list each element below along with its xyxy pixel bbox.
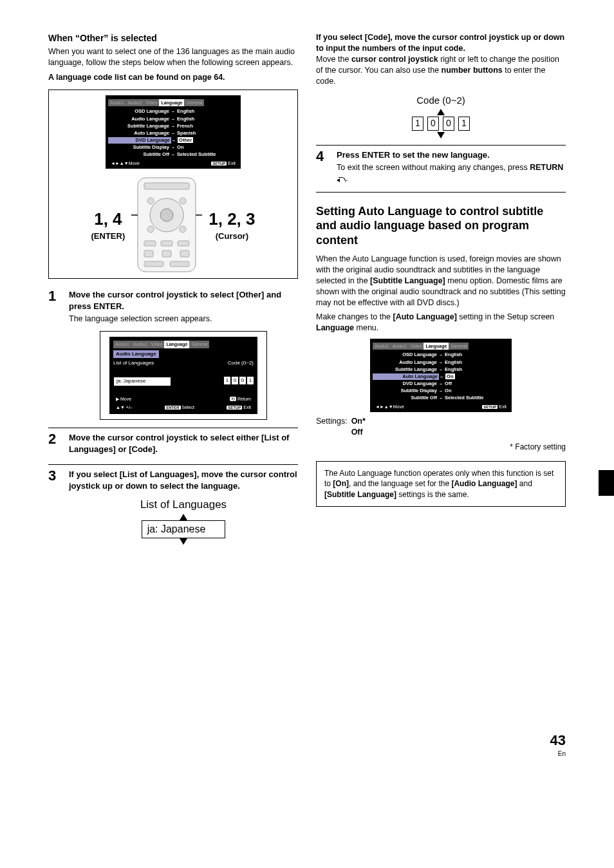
osd-val: Other	[178, 137, 193, 143]
osd-tab: Audio2	[131, 341, 149, 348]
topic-para-2: Make changes to the [Auto Language] sett…	[316, 312, 566, 334]
step-2: 2 Move the cursor control joystick to se…	[48, 428, 298, 457]
osd-tab: Video	[409, 343, 424, 350]
osd-tab: Audio1	[113, 341, 131, 348]
osd-footer-exit: SETUP Exit	[211, 160, 236, 166]
code-input-figure: Code (0~2) 1 0 0 1	[316, 94, 566, 138]
osd-val: English	[176, 108, 238, 115]
factory-setting-note: * Factory setting	[316, 442, 566, 452]
svg-rect-1	[144, 183, 189, 189]
osd-key: Audio Language	[373, 359, 438, 366]
step-number: 4	[316, 149, 329, 184]
step-title: If you select [List of Languages], move …	[69, 469, 298, 491]
osd-key: Subtitle Off	[373, 395, 438, 401]
code-label: Code (0~2)	[416, 94, 465, 107]
code-text: Move the cursor control joystick right o…	[316, 54, 566, 87]
setting-on: On*	[351, 416, 366, 427]
osd-tab: Audio2	[126, 99, 144, 106]
osd-footer: SETUP Exit	[227, 404, 251, 410]
arrow-down-icon	[180, 538, 187, 545]
svg-point-7	[180, 226, 186, 232]
osd-dropdown: ja: Japanese	[113, 377, 171, 386]
svg-rect-11	[144, 250, 153, 257]
svg-rect-8	[144, 241, 156, 246]
page-number: 43 En	[550, 731, 566, 759]
callout-cursor: 1, 2, 3 (Cursor)	[209, 208, 255, 242]
osd-key: Subtitle Display	[108, 144, 171, 151]
osd-val: On	[443, 388, 509, 394]
svg-rect-15	[170, 261, 189, 267]
step-title: Move the cursor control joystick to sele…	[69, 289, 298, 312]
arrow-up-icon	[180, 514, 187, 520]
code-digit: 1	[224, 377, 230, 384]
osd-screenshot-2: Audio1 Audio2 Video Language General Aud…	[109, 337, 257, 414]
step-text: The language selection screen appears.	[69, 314, 298, 325]
osd-val: English	[443, 352, 509, 358]
topic-para: When the Auto Language function is used,…	[316, 254, 566, 308]
osd-tab: General	[184, 99, 204, 106]
osd-val: Spanish	[176, 130, 238, 137]
osd-footer: ⟲ Return	[230, 396, 251, 402]
step-text: To exit the screen without making any ch…	[337, 162, 566, 184]
topic-heading: Setting Auto Language to control subtitl…	[316, 204, 566, 248]
osd-val: On	[445, 373, 454, 379]
edge-tab	[599, 470, 614, 496]
osd-screenshot-1: Audio1 Audio2 Video Language General OSD…	[106, 95, 241, 169]
step-1: 1 Move the cursor control joystick to se…	[48, 289, 298, 420]
step-title: Press ENTER to set the new language.	[337, 149, 566, 161]
osd-tab: Audio2	[391, 343, 409, 350]
osd-key: Subtitle Language	[373, 366, 438, 373]
code-digit: 0	[232, 377, 238, 384]
code-digit: 0	[239, 377, 246, 384]
osd-key: OSD Language	[108, 108, 171, 115]
osd-key: Subtitle Off	[108, 151, 171, 158]
osd-val: French	[176, 123, 238, 129]
code-digit: 1	[412, 117, 423, 131]
osd-key: Audio Language	[108, 116, 171, 122]
osd-tab: Language	[164, 341, 189, 348]
arrow-up-icon	[437, 109, 445, 115]
osd-tab: General	[449, 343, 469, 350]
osd-key: Subtitle Language	[108, 123, 171, 129]
osd-label: List of Languages	[113, 360, 154, 367]
osd-val: English	[443, 366, 509, 373]
step-3: 3 If you select [List of Languages], mov…	[48, 464, 298, 545]
osd-val: Selected Subtitle	[443, 395, 509, 401]
osd-footer-exit: SETUP Exit	[482, 404, 507, 410]
osd-screenshot-3: Audio1 Audio2 Video Language General OSD…	[370, 339, 512, 413]
code-heading: If you select [Code], move the cursor co…	[316, 32, 566, 54]
osd-header: Audio Language	[113, 350, 159, 359]
code-list-note: A language code list can be found on pag…	[48, 72, 298, 83]
note-box: The Auto Language function operates only…	[316, 461, 566, 507]
osd-key: Auto Language	[373, 373, 439, 380]
osd-tab: Video	[144, 99, 160, 106]
list-of-languages-figure: List of Languages ja: Japanese	[69, 498, 298, 545]
step-number: 1	[48, 289, 61, 420]
osd-footer: ▲▼ +/–	[116, 404, 133, 410]
osd-tab: General	[189, 341, 209, 348]
settings-values: Settings: On* Off	[316, 416, 566, 438]
step-number: 3	[48, 469, 61, 545]
svg-rect-10	[178, 241, 189, 246]
osd-footer: ▶ Move	[116, 396, 131, 402]
figure-osd-remote: Audio1 Audio2 Video Language General OSD…	[48, 90, 298, 279]
setting-off: Off	[351, 427, 366, 438]
osd-tab: Language	[159, 99, 184, 106]
svg-point-6	[147, 226, 154, 232]
osd-val: English	[443, 359, 509, 366]
osd-key: Subtitle Display	[373, 388, 438, 394]
svg-rect-9	[161, 241, 172, 246]
svg-rect-13	[180, 250, 189, 257]
osd-footer: ENTER Select	[165, 404, 194, 410]
osd-val: English	[176, 116, 238, 122]
lol-title: List of Languages	[140, 498, 227, 513]
osd-footer-move: ◄►▲▼Move	[375, 404, 404, 410]
code-digit: 1	[247, 377, 254, 384]
osd-key: OSD Language	[373, 352, 438, 358]
lol-value: ja: Japanese	[142, 520, 226, 538]
osd-footer-move: ◄►▲▼Move	[111, 160, 140, 166]
osd-label: Code (0~2)	[228, 360, 254, 367]
callout-enter: 1, 4 (ENTER)	[91, 208, 126, 242]
osd-tab: Audio1	[108, 99, 126, 106]
step-number: 2	[48, 432, 61, 457]
